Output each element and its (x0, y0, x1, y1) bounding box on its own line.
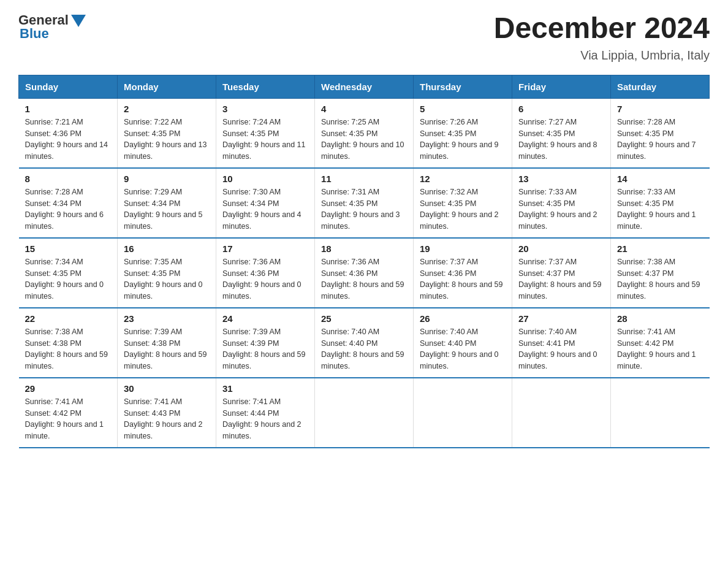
day-number: 2 (124, 104, 210, 114)
table-row: 16 Sunrise: 7:35 AM Sunset: 4:35 PM Dayl… (118, 238, 216, 308)
title-section: December 2024 Via Lippia, Umbria, Italy (494, 12, 710, 63)
day-number: 17 (222, 243, 308, 254)
table-row: 20 Sunrise: 7:37 AM Sunset: 4:37 PM Dayl… (512, 238, 611, 308)
table-row: 8 Sunrise: 7:28 AM Sunset: 4:34 PM Dayli… (19, 168, 118, 238)
day-info: Sunrise: 7:30 AM Sunset: 4:34 PM Dayligh… (222, 186, 308, 232)
day-info: Sunrise: 7:40 AM Sunset: 4:40 PM Dayligh… (420, 326, 506, 372)
table-row: 17 Sunrise: 7:36 AM Sunset: 4:36 PM Dayl… (216, 238, 315, 308)
table-row: 12 Sunrise: 7:32 AM Sunset: 4:35 PM Dayl… (414, 168, 512, 238)
calendar-week-row: 22 Sunrise: 7:38 AM Sunset: 4:38 PM Dayl… (19, 308, 710, 378)
table-row (512, 378, 611, 448)
day-info: Sunrise: 7:36 AM Sunset: 4:36 PM Dayligh… (321, 256, 407, 302)
day-info: Sunrise: 7:33 AM Sunset: 4:35 PM Dayligh… (617, 186, 703, 232)
calendar-week-row: 1 Sunrise: 7:21 AM Sunset: 4:36 PM Dayli… (19, 98, 710, 168)
day-number: 3 (222, 104, 308, 114)
day-number: 22 (25, 313, 112, 324)
day-number: 13 (518, 174, 604, 184)
day-info: Sunrise: 7:32 AM Sunset: 4:35 PM Dayligh… (420, 186, 506, 232)
table-row: 14 Sunrise: 7:33 AM Sunset: 4:35 PM Dayl… (611, 168, 710, 238)
day-info: Sunrise: 7:40 AM Sunset: 4:40 PM Dayligh… (321, 326, 407, 372)
location-subtitle: Via Lippia, Umbria, Italy (494, 48, 710, 63)
table-row: 7 Sunrise: 7:28 AM Sunset: 4:35 PM Dayli… (611, 98, 710, 168)
day-number: 7 (617, 104, 703, 114)
day-info: Sunrise: 7:24 AM Sunset: 4:35 PM Dayligh… (222, 117, 308, 163)
header-thursday: Thursday (414, 75, 512, 98)
day-number: 28 (617, 313, 703, 324)
calendar-table: Sunday Monday Tuesday Wednesday Thursday… (18, 75, 710, 448)
table-row: 28 Sunrise: 7:41 AM Sunset: 4:42 PM Dayl… (611, 308, 710, 378)
day-number: 1 (25, 104, 112, 114)
day-info: Sunrise: 7:39 AM Sunset: 4:39 PM Dayligh… (222, 326, 308, 372)
day-number: 30 (124, 383, 210, 394)
table-row: 19 Sunrise: 7:37 AM Sunset: 4:36 PM Dayl… (414, 238, 512, 308)
day-number: 5 (420, 104, 506, 114)
day-info: Sunrise: 7:33 AM Sunset: 4:35 PM Dayligh… (518, 186, 604, 232)
day-number: 26 (420, 313, 506, 324)
weekday-header-row: Sunday Monday Tuesday Wednesday Thursday… (19, 75, 710, 98)
table-row (611, 378, 710, 448)
table-row: 22 Sunrise: 7:38 AM Sunset: 4:38 PM Dayl… (19, 308, 118, 378)
day-info: Sunrise: 7:38 AM Sunset: 4:37 PM Dayligh… (617, 256, 703, 302)
day-info: Sunrise: 7:41 AM Sunset: 4:43 PM Dayligh… (124, 396, 210, 442)
day-info: Sunrise: 7:34 AM Sunset: 4:35 PM Dayligh… (25, 256, 112, 302)
day-number: 18 (321, 243, 407, 254)
header-tuesday: Tuesday (216, 75, 315, 98)
table-row: 25 Sunrise: 7:40 AM Sunset: 4:40 PM Dayl… (315, 308, 414, 378)
table-row: 11 Sunrise: 7:31 AM Sunset: 4:35 PM Dayl… (315, 168, 414, 238)
day-number: 24 (222, 313, 308, 324)
day-info: Sunrise: 7:37 AM Sunset: 4:36 PM Dayligh… (420, 256, 506, 302)
day-info: Sunrise: 7:40 AM Sunset: 4:41 PM Dayligh… (518, 326, 604, 372)
header-sunday: Sunday (19, 75, 118, 98)
table-row: 29 Sunrise: 7:41 AM Sunset: 4:42 PM Dayl… (19, 378, 118, 448)
calendar-week-row: 8 Sunrise: 7:28 AM Sunset: 4:34 PM Dayli… (19, 168, 710, 238)
day-number: 19 (420, 243, 506, 254)
day-info: Sunrise: 7:36 AM Sunset: 4:36 PM Dayligh… (222, 256, 308, 302)
day-number: 8 (25, 174, 112, 184)
day-number: 25 (321, 313, 407, 324)
day-number: 10 (222, 174, 308, 184)
day-number: 29 (25, 383, 112, 394)
logo-blue-text: Blue (20, 26, 49, 42)
table-row: 30 Sunrise: 7:41 AM Sunset: 4:43 PM Dayl… (118, 378, 216, 448)
table-row (414, 378, 512, 448)
table-row (315, 378, 414, 448)
day-number: 4 (321, 104, 407, 114)
table-row: 9 Sunrise: 7:29 AM Sunset: 4:34 PM Dayli… (118, 168, 216, 238)
day-info: Sunrise: 7:28 AM Sunset: 4:34 PM Dayligh… (25, 186, 112, 232)
day-number: 15 (25, 243, 112, 254)
table-row: 15 Sunrise: 7:34 AM Sunset: 4:35 PM Dayl… (19, 238, 118, 308)
day-info: Sunrise: 7:39 AM Sunset: 4:38 PM Dayligh… (124, 326, 210, 372)
header-saturday: Saturday (611, 75, 710, 98)
day-number: 21 (617, 243, 703, 254)
table-row: 13 Sunrise: 7:33 AM Sunset: 4:35 PM Dayl… (512, 168, 611, 238)
day-number: 12 (420, 174, 506, 184)
day-info: Sunrise: 7:37 AM Sunset: 4:37 PM Dayligh… (518, 256, 604, 302)
day-number: 6 (518, 104, 604, 114)
day-info: Sunrise: 7:21 AM Sunset: 4:36 PM Dayligh… (25, 117, 112, 163)
table-row: 27 Sunrise: 7:40 AM Sunset: 4:41 PM Dayl… (512, 308, 611, 378)
day-number: 20 (518, 243, 604, 254)
day-info: Sunrise: 7:35 AM Sunset: 4:35 PM Dayligh… (124, 256, 210, 302)
day-number: 31 (222, 383, 308, 394)
day-number: 23 (124, 313, 210, 324)
table-row: 2 Sunrise: 7:22 AM Sunset: 4:35 PM Dayli… (118, 98, 216, 168)
day-info: Sunrise: 7:41 AM Sunset: 4:42 PM Dayligh… (617, 326, 703, 372)
table-row: 21 Sunrise: 7:38 AM Sunset: 4:37 PM Dayl… (611, 238, 710, 308)
table-row: 4 Sunrise: 7:25 AM Sunset: 4:35 PM Dayli… (315, 98, 414, 168)
logo-triangle-icon (71, 15, 86, 27)
day-info: Sunrise: 7:41 AM Sunset: 4:44 PM Dayligh… (222, 396, 308, 442)
day-info: Sunrise: 7:27 AM Sunset: 4:35 PM Dayligh… (518, 117, 604, 163)
day-info: Sunrise: 7:26 AM Sunset: 4:35 PM Dayligh… (420, 117, 506, 163)
table-row: 3 Sunrise: 7:24 AM Sunset: 4:35 PM Dayli… (216, 98, 315, 168)
logo: General Blue (18, 12, 86, 42)
table-row: 26 Sunrise: 7:40 AM Sunset: 4:40 PM Dayl… (414, 308, 512, 378)
day-number: 14 (617, 174, 703, 184)
table-row: 31 Sunrise: 7:41 AM Sunset: 4:44 PM Dayl… (216, 378, 315, 448)
day-number: 16 (124, 243, 210, 254)
table-row: 10 Sunrise: 7:30 AM Sunset: 4:34 PM Dayl… (216, 168, 315, 238)
day-info: Sunrise: 7:28 AM Sunset: 4:35 PM Dayligh… (617, 117, 703, 163)
day-info: Sunrise: 7:38 AM Sunset: 4:38 PM Dayligh… (25, 326, 112, 372)
calendar-week-row: 15 Sunrise: 7:34 AM Sunset: 4:35 PM Dayl… (19, 238, 710, 308)
header-monday: Monday (118, 75, 216, 98)
table-row: 23 Sunrise: 7:39 AM Sunset: 4:38 PM Dayl… (118, 308, 216, 378)
